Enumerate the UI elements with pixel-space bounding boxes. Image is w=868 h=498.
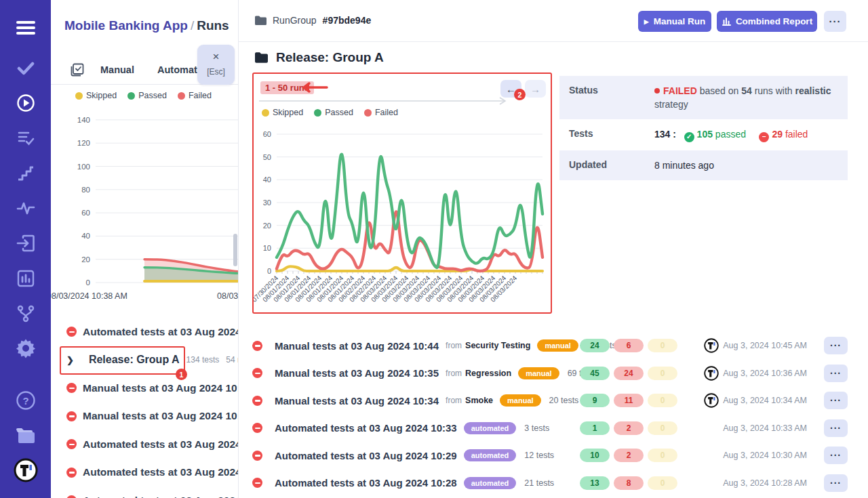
panel-scrollbar-thumb[interactable] bbox=[233, 234, 237, 266]
legend-passed: Passed bbox=[127, 91, 167, 100]
group-heading: Release: Group A bbox=[255, 50, 384, 65]
failed-status-icon bbox=[66, 495, 77, 498]
failed-count-pill: 6 bbox=[614, 339, 644, 352]
row-more-button[interactable]: ··· bbox=[824, 337, 848, 354]
failed-count-pill: 8 bbox=[614, 476, 644, 490]
run-list-item[interactable]: Manual tests at 03 Aug 2024 10:42 bbox=[51, 402, 239, 431]
svg-text:100: 100 bbox=[77, 163, 90, 171]
breadcrumb: Mobile Banking App/Runs bbox=[64, 18, 229, 33]
run-row[interactable]: Automated tests at 03 Aug 2024 10:29auto… bbox=[239, 442, 868, 470]
failed-status-icon bbox=[252, 368, 262, 378]
svg-text:30: 30 bbox=[263, 199, 271, 207]
manual-run-button[interactable]: ▶ Manual Run bbox=[638, 11, 711, 32]
passed-dot-icon bbox=[127, 92, 135, 100]
topbar-more-button[interactable]: ··· bbox=[824, 11, 846, 32]
from-label: from bbox=[446, 341, 462, 350]
runs-play-icon[interactable] bbox=[0, 93, 51, 113]
row-more-button[interactable]: ··· bbox=[824, 474, 848, 492]
testomat-logo-icon[interactable] bbox=[0, 458, 51, 482]
run-list-item[interactable]: Automated tests at 03 Aug 2024 10: bbox=[51, 486, 239, 498]
settings-gear-icon[interactable] bbox=[0, 337, 51, 359]
run-list-item[interactable]: Manual tests at 03 Aug 2024 10:43 bbox=[51, 374, 239, 402]
run-title[interactable]: Manual tests at 03 Aug 2024 10:35 bbox=[275, 367, 439, 379]
chart-prev-button[interactable]: ← bbox=[500, 80, 521, 98]
run-type-badge: manual bbox=[500, 394, 541, 407]
run-list-item[interactable]: Automated tests at 03 Aug 2024 10: bbox=[51, 430, 239, 459]
branches-icon[interactable] bbox=[0, 304, 51, 324]
chevron-right-icon[interactable]: ❯ bbox=[66, 355, 74, 365]
svg-text:0: 0 bbox=[267, 267, 271, 275]
run-row[interactable]: Manual tests at 03 Aug 2024 10:44fromSec… bbox=[239, 332, 868, 360]
run-title: Manual tests at 03 Aug 2024 10:43 bbox=[83, 382, 239, 394]
tests-count: 21 tests bbox=[524, 478, 554, 488]
steps-icon[interactable] bbox=[0, 164, 51, 183]
run-row[interactable]: Manual tests at 03 Aug 2024 10:35fromReg… bbox=[239, 360, 868, 388]
svg-text:50: 50 bbox=[263, 153, 271, 161]
tab-manual[interactable]: Manual bbox=[100, 64, 134, 75]
group-runs-chart: 010203040506007/30/202408/01/202408/01/2… bbox=[252, 127, 551, 314]
run-title: Automated tests at 03 Aug 2024 10: bbox=[83, 466, 239, 478]
row-more-button[interactable]: ··· bbox=[824, 365, 848, 382]
svg-text:20: 20 bbox=[81, 255, 90, 264]
combined-report-button[interactable]: Combined Report bbox=[717, 11, 817, 32]
chart-next-button[interactable]: → bbox=[525, 80, 546, 98]
run-list-item[interactable]: Automated tests at 03 Aug 2024 10: bbox=[51, 318, 239, 346]
run-row[interactable]: Automated tests at 03 Aug 2024 10:33auto… bbox=[239, 415, 868, 442]
select-runs-icon[interactable] bbox=[70, 62, 85, 80]
run-title: Automated tests at 03 Aug 2024 10: bbox=[83, 495, 239, 498]
svg-text:60: 60 bbox=[263, 130, 271, 138]
run-row-left: Automated tests at 03 Aug 2024 10:33auto… bbox=[252, 415, 549, 442]
rungroup-breadcrumb: RunGroup #97bde94e bbox=[255, 15, 371, 26]
run-row[interactable]: Manual tests at 03 Aug 2024 10:34fromSmo… bbox=[239, 387, 868, 415]
failed-status-icon bbox=[66, 383, 77, 393]
rungroup-label: RunGroup bbox=[273, 15, 317, 26]
run-group-item[interactable]: ❯Release: Group A134 tests54 r bbox=[51, 346, 239, 375]
run-group-runs-count: 54 r bbox=[226, 355, 239, 365]
runs-side-panel: Mobile Banking App/Runs Manual Automated… bbox=[51, 0, 239, 498]
row-more-button[interactable]: ··· bbox=[824, 419, 848, 437]
run-title[interactable]: Automated tests at 03 Aug 2024 10:33 bbox=[275, 422, 457, 434]
mini-x-label-start: 08/03/2024 10:38 AM bbox=[51, 291, 127, 301]
row-more-button[interactable]: ··· bbox=[824, 392, 848, 409]
svg-text:120: 120 bbox=[77, 139, 90, 147]
run-type-badge: automated bbox=[464, 477, 517, 489]
run-row[interactable]: Automated tests at 03 Aug 2024 10:28auto… bbox=[239, 470, 868, 497]
run-group-tests-count: 134 tests bbox=[186, 355, 220, 365]
svg-text:40: 40 bbox=[263, 175, 271, 184]
tests-check-icon[interactable] bbox=[0, 58, 51, 79]
mini-chart-legend: Skipped Passed Failed bbox=[75, 91, 212, 100]
run-type-badge: automated bbox=[464, 449, 517, 461]
run-list-item[interactable]: Automated tests at 03 Aug 2024 10: bbox=[51, 459, 239, 487]
report-chart-icon bbox=[722, 17, 731, 26]
runs-range-label: 1 - 50 runs bbox=[260, 81, 314, 94]
tests-value: 134 : ✓105 passed −29 failed bbox=[654, 119, 848, 150]
status-row: Status FAILED based on 54 runs with real… bbox=[559, 76, 848, 119]
row-more-button[interactable]: ··· bbox=[824, 447, 848, 464]
run-date: Aug 3, 2024 10:36 AM bbox=[723, 369, 807, 378]
projects-folder-icon[interactable] bbox=[0, 424, 51, 446]
tests-row: Tests 134 : ✓105 passed −29 failed bbox=[559, 119, 848, 150]
analytics-pulse-icon[interactable] bbox=[0, 199, 51, 217]
result-pills: 2460 bbox=[580, 339, 677, 352]
help-icon[interactable]: ? bbox=[0, 390, 51, 411]
run-title[interactable]: Manual tests at 03 Aug 2024 10:44 bbox=[275, 340, 439, 352]
app-sidebar: ? bbox=[0, 0, 51, 498]
menu-icon[interactable] bbox=[0, 16, 51, 39]
play-icon: ▶ bbox=[644, 18, 649, 25]
result-pills: 9110 bbox=[580, 394, 677, 407]
status-value: FAILED based on 54 runs with realistic s… bbox=[654, 76, 848, 119]
run-title: Automated tests at 03 Aug 2024 10: bbox=[83, 438, 239, 451]
esc-close-hint[interactable]: × [Esc] bbox=[197, 45, 235, 85]
run-title[interactable]: Manual tests at 03 Aug 2024 10:34 bbox=[275, 395, 439, 407]
run-title[interactable]: Automated tests at 03 Aug 2024 10:28 bbox=[275, 477, 457, 489]
reports-bar-chart-icon[interactable] bbox=[0, 268, 51, 289]
breadcrumb-project[interactable]: Mobile Banking App bbox=[64, 18, 188, 33]
testomat-reporter-icon bbox=[704, 393, 719, 408]
run-title[interactable]: Automated tests at 03 Aug 2024 10:29 bbox=[275, 450, 457, 461]
close-icon[interactable]: × bbox=[197, 51, 235, 62]
sign-in-icon[interactable] bbox=[0, 233, 51, 253]
run-source: Smoke bbox=[465, 396, 493, 405]
run-date: Aug 3, 2024 10:45 AM bbox=[723, 341, 807, 350]
test-plans-icon[interactable] bbox=[0, 129, 51, 148]
svg-text:0: 0 bbox=[86, 278, 90, 287]
